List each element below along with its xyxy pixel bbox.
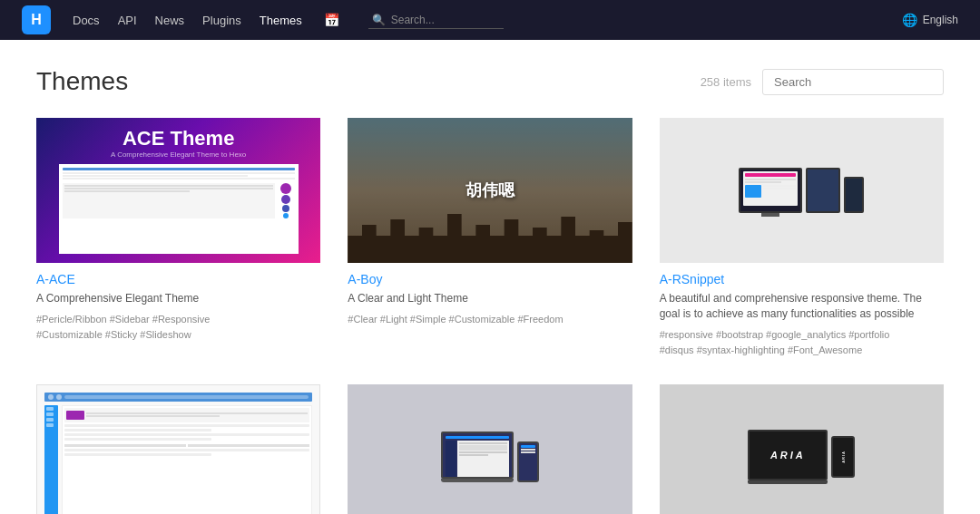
theme-desc-a-rsnippet: A beautiful and comprehensive responsive… <box>660 291 944 322</box>
theme-card-a-boy[interactable]: 胡伟嗯 A-Boy A Clear and Light Theme #Clear… <box>348 118 632 359</box>
theme-thumbnail-antiquity <box>348 384 632 514</box>
theme-card-ad[interactable]: AD Art Design is a modern theme for curr… <box>36 384 320 514</box>
antiquity-phone <box>517 441 539 482</box>
ace-thumb-title: ACE Theme <box>122 127 234 150</box>
theme-card-a-ace[interactable]: ACE Theme A Comprehensive Elegant Theme … <box>36 118 320 359</box>
theme-desc-a-ace: A Comprehensive Elegant Theme <box>36 291 320 306</box>
theme-tags-a-rsnippet: #responsive #bootstrap #google_analytics… <box>660 327 944 359</box>
nav-docs[interactable]: Docs <box>73 14 100 27</box>
antiquity-devices <box>441 432 539 482</box>
theme-thumbnail-aria: ARIA ARIA <box>660 384 944 514</box>
theme-thumbnail-ad <box>36 384 320 514</box>
theme-desc-a-boy: A Clear and Light Theme <box>348 291 632 306</box>
ad-nav <box>44 405 58 514</box>
main-content: Themes 258 items ACE Theme A Comprehensi… <box>0 40 980 514</box>
theme-card-aria[interactable]: ARIA ARIA ARIA Inspired by Kalafina's so… <box>660 384 944 514</box>
navbar: H Docs API News Plugins Themes 📅 🔍 🌐 Eng… <box>0 0 980 40</box>
calendar-icon[interactable]: 📅 <box>324 13 339 27</box>
nav-plugins[interactable]: Plugins <box>202 14 241 27</box>
theme-name-a-boy: A-Boy <box>348 272 632 286</box>
nav-api[interactable]: API <box>118 14 137 27</box>
theme-grid: ACE Theme A Comprehensive Elegant Theme … <box>36 118 944 514</box>
items-count: 258 items <box>701 75 751 89</box>
theme-name-a-ace: A-ACE <box>36 272 320 286</box>
logo[interactable]: H <box>22 5 51 34</box>
ace-thumb-sub: A Comprehensive Elegant Theme to Hexo <box>111 150 246 159</box>
globe-icon: 🌐 <box>902 13 917 27</box>
navbar-search-input[interactable] <box>391 14 500 26</box>
aboy-overlay: 胡伟嗯 <box>348 118 632 263</box>
theme-card-a-rsnippet[interactable]: A-RSnippet A beautiful and comprehensive… <box>660 118 944 359</box>
ace-thumb-content <box>59 164 299 254</box>
themes-search-input[interactable] <box>762 69 944 95</box>
navbar-search-wrap[interactable]: 🔍 <box>368 12 504 29</box>
nav-news[interactable]: News <box>155 14 185 27</box>
theme-tags-a-boy: #Clear #Light #Simple #Customizable #Fre… <box>348 312 632 328</box>
navbar-links: Docs API News Plugins Themes <box>73 14 302 27</box>
ad-sidebar <box>44 405 312 514</box>
aboy-text: 胡伟嗯 <box>466 179 514 201</box>
tablet-icon <box>806 168 840 213</box>
antiquity-laptop <box>441 432 514 482</box>
aria-monitor: ARIA <box>748 430 828 484</box>
nav-themes[interactable]: Themes <box>260 14 302 27</box>
language-label: English <box>923 14 958 26</box>
aria-phone: ARIA <box>831 436 855 478</box>
theme-card-antiquity[interactable]: ANTIQUITY A Chinese antiquity theme #ant… <box>348 384 632 514</box>
phone-icon <box>844 177 864 213</box>
ad-body <box>62 405 312 514</box>
language-selector[interactable]: 🌐 English <box>902 13 958 27</box>
monitor-icon <box>739 168 802 213</box>
theme-thumbnail-a-rsnippet <box>660 118 944 263</box>
search-icon: 🔍 <box>372 14 386 26</box>
page-header: Themes 258 items <box>36 67 944 96</box>
devices-display <box>739 168 864 213</box>
ad-topbar <box>44 393 312 402</box>
page-title: Themes <box>36 67 701 96</box>
theme-tags-a-ace: #Pericle/Ribbon #Sidebar #Responsive #Cu… <box>36 312 320 344</box>
theme-thumbnail-a-boy: 胡伟嗯 <box>348 118 632 263</box>
theme-thumbnail-a-ace: ACE Theme A Comprehensive Elegant Theme … <box>36 118 320 263</box>
theme-name-a-rsnippet: A-RSnippet <box>660 272 944 286</box>
